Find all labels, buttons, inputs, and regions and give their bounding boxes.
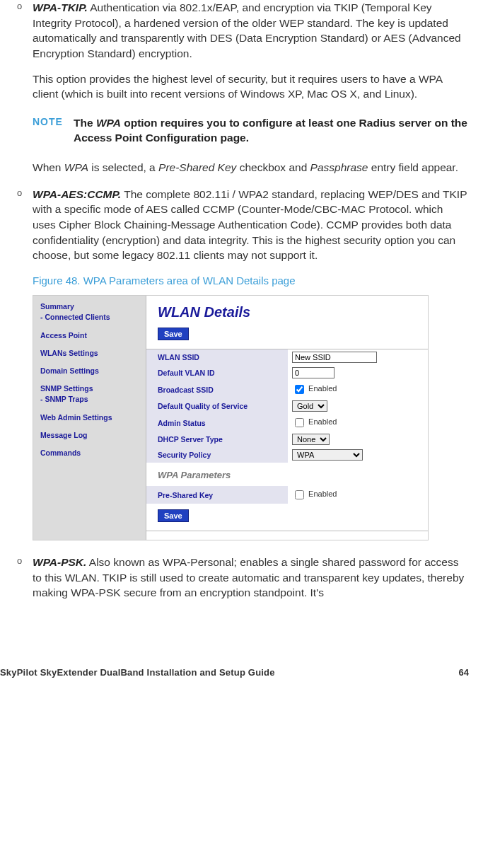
- select-security[interactable]: WPA: [292, 449, 363, 461]
- row-vlan: Default VLAN ID: [146, 365, 428, 381]
- nav-label: SNMP Settings: [40, 384, 93, 393]
- note-text: The WPA option requires you to configure…: [74, 116, 469, 146]
- save-button-bottom[interactable]: Save: [158, 509, 189, 522]
- checkbox-admin[interactable]: [295, 418, 304, 427]
- divider: [146, 531, 428, 531]
- note-block: NOTE The WPA option requires you to conf…: [33, 116, 469, 146]
- sidebar-item-web-admin[interactable]: Web Admin Settings: [40, 412, 139, 423]
- page-content: o WPA-TKIP. Authentication via 802.1x/EA…: [0, 0, 483, 639]
- input-ssid[interactable]: [292, 352, 377, 363]
- wpa-params-table: Pre-Shared Key Enabled: [146, 486, 428, 504]
- select-dhcp[interactable]: None: [292, 434, 330, 445]
- item-body: WPA-TKIP. Authentication via 802.1x/EAP,…: [33, 0, 469, 102]
- sidebar-item-commands[interactable]: Commands: [40, 448, 139, 458]
- row-security: Security Policy WPA: [146, 447, 428, 463]
- label-psk: Pre-Shared Key: [146, 486, 288, 504]
- label-admin: Admin Status: [146, 414, 288, 432]
- note-label: NOTE: [33, 116, 74, 127]
- item-body: WPA-PSK. Also known as WPA-Personal; ena…: [33, 555, 469, 601]
- note-prefix: The: [74, 117, 96, 129]
- label-qos: Default Quality of Service: [146, 398, 288, 414]
- select-qos[interactable]: Gold: [292, 400, 327, 412]
- row-dhcp: DHCP Server Type None: [146, 432, 428, 447]
- label-vlan: Default VLAN ID: [146, 365, 288, 381]
- label-ssid: WLAN SSID: [146, 349, 288, 365]
- pn-wpa: WPA: [64, 161, 88, 173]
- list-bullet: o: [17, 555, 33, 567]
- checkbox-psk[interactable]: [295, 490, 304, 499]
- list-bullet: o: [17, 187, 33, 199]
- row-ssid: WLAN SSID: [146, 349, 428, 365]
- checkbox-broadcast[interactable]: [295, 385, 304, 394]
- sidebar-item-snmp[interactable]: SNMP Settings - SNMP Traps: [40, 383, 139, 405]
- settings-table: WLAN SSID Default VLAN ID Broadcast SSID…: [146, 349, 428, 463]
- row-psk: Pre-Shared Key Enabled: [146, 486, 428, 504]
- list-item-wpa-aes: o WPA-AES:CCMP. The complete 802.11i / W…: [14, 187, 469, 263]
- label-security: Security Policy: [146, 447, 288, 463]
- desc-wpa-psk: Also known as WPA-Personal; enables a si…: [33, 556, 464, 598]
- label-dhcp: DHCP Server Type: [146, 432, 288, 447]
- desc-wpa-tkip: Authentication via 802.1x/EAP, and encry…: [33, 1, 461, 59]
- screenshot-sidebar: Summary - Connected Clients Access Point…: [33, 296, 146, 540]
- sidebar-item-message-log[interactable]: Message Log: [40, 430, 139, 441]
- note-suffix: option requires you to configure at leas…: [74, 117, 467, 144]
- row-admin: Admin Status Enabled: [146, 414, 428, 432]
- row-broadcast: Broadcast SSID Enabled: [146, 381, 428, 398]
- sidebar-item-summary[interactable]: Summary - Connected Clients: [40, 301, 139, 323]
- pn-prefix: When: [33, 161, 64, 173]
- wlan-details-screenshot: Summary - Connected Clients Access Point…: [33, 295, 429, 540]
- nav-label: Summary: [40, 302, 74, 311]
- pn-suffix: entry field appear.: [368, 161, 458, 173]
- nav-sublabel: - Connected Clients: [40, 312, 139, 323]
- para-wpa-tkip-2: This option provides the highest level o…: [33, 71, 469, 102]
- post-note-para: When WPA is selected, a Pre-Shared Key c…: [33, 160, 469, 175]
- pn-mid1: is selected, a: [88, 161, 158, 173]
- pn-pass: Passphrase: [310, 161, 368, 173]
- figure-caption: Figure 48. WPA Parameters area of WLAN D…: [33, 274, 469, 287]
- row-qos: Default Quality of Service Gold: [146, 398, 428, 414]
- wpa-parameters-heading: WPA Parameters: [146, 463, 428, 486]
- sidebar-item-wlans[interactable]: WLANs Settings: [40, 348, 139, 359]
- note-wpa-term: WPA: [96, 117, 121, 129]
- enabled-label: Enabled: [308, 490, 337, 499]
- pn-psk: Pre-Shared Key: [158, 161, 236, 173]
- term-wpa-tkip: WPA-TKIP.: [33, 1, 88, 13]
- footer-doc-title: SkyPilot SkyExtender DualBand Installati…: [0, 667, 275, 678]
- list-item-wpa-psk: o WPA-PSK. Also known as WPA-Personal; e…: [14, 555, 469, 601]
- list-bullet: o: [17, 0, 33, 13]
- save-button-top[interactable]: Save: [158, 328, 189, 340]
- screenshot-main: WLAN Details Save WLAN SSID Default VLAN…: [146, 296, 428, 540]
- term-wpa-aes: WPA-AES:CCMP.: [33, 188, 121, 200]
- pn-mid2: checkbox and: [236, 161, 310, 173]
- wlan-details-title: WLAN Details: [146, 301, 428, 328]
- label-broadcast: Broadcast SSID: [146, 381, 288, 398]
- enabled-label: Enabled: [308, 418, 337, 427]
- input-vlan[interactable]: [292, 367, 334, 378]
- page-footer: SkyPilot SkyExtender DualBand Installati…: [0, 639, 483, 692]
- sidebar-item-domain[interactable]: Domain Settings: [40, 366, 139, 376]
- list-item-wpa-tkip: o WPA-TKIP. Authentication via 802.1x/EA…: [14, 0, 469, 102]
- nav-sublabel: - SNMP Traps: [40, 394, 139, 405]
- footer-page-number: 64: [459, 667, 469, 678]
- sidebar-item-access-point[interactable]: Access Point: [40, 330, 139, 341]
- enabled-label: Enabled: [308, 385, 337, 393]
- term-wpa-psk: WPA-PSK.: [33, 556, 86, 568]
- item-body: WPA-AES:CCMP. The complete 802.11i / WPA…: [33, 187, 469, 263]
